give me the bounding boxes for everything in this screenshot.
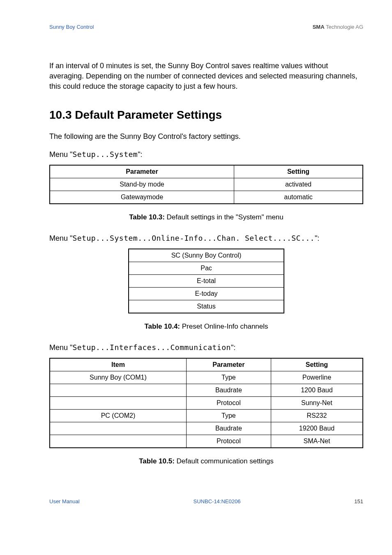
table-header: Parameter — [186, 358, 271, 371]
page-header: Sunny Boy Control SMA Technologie AG — [49, 24, 363, 30]
table-header: Setting — [271, 358, 363, 371]
menu-3-line: Menu "Setup...Interfaces...Communication… — [49, 343, 363, 352]
table-row: Baudrate 1200 Baud — [50, 384, 363, 396]
table-cell: Sunny Boy (COM1) — [50, 371, 186, 384]
table-header: Setting — [234, 165, 363, 178]
table-cell: Baudrate — [186, 422, 271, 435]
table-cell: SMA-Net — [271, 435, 363, 448]
table-cell: E-total — [129, 274, 284, 287]
table-cell: automatic — [234, 191, 363, 204]
footer-left: User Manual — [49, 498, 80, 504]
table-2: SC (Sunny Boy Control) Pac E-total E-tod… — [128, 249, 284, 313]
table-cell: Sunny-Net — [271, 396, 363, 409]
intro-paragraph: If an interval of 0 minutes is set, the … — [49, 61, 363, 92]
table-cell: Pac — [129, 262, 284, 274]
menu-3-code: Setup...Interfaces...Communication — [72, 343, 231, 352]
table-cell: Gatewaymode — [50, 191, 234, 204]
caption-text: Preset Online-Info channels — [180, 322, 268, 330]
page-footer: User Manual SUNBC-14:NE0206 151 — [49, 498, 363, 504]
table-cell: Powerline — [271, 371, 363, 384]
table-1: Parameter Setting Stand-by mode activate… — [49, 165, 363, 204]
header-left: Sunny Boy Control — [49, 24, 94, 30]
table-row: Stand-by mode activated — [50, 178, 363, 191]
table-3: Item Parameter Setting Sunny Boy (COM1) … — [49, 358, 363, 448]
table-row: Gatewaymode automatic — [50, 191, 363, 204]
caption-label: Table 10.3: — [129, 213, 165, 221]
caption-text: Default communication settings — [175, 457, 274, 465]
menu-3-suffix: ": — [231, 343, 235, 352]
table-cell: Status — [129, 300, 284, 313]
menu-1-line: Menu "Setup...System": — [49, 150, 363, 159]
table-cell — [50, 435, 186, 448]
section-intro: The following are the Sunny Boy Control'… — [49, 132, 363, 141]
table-row: Sunny Boy (COM1) Type Powerline — [50, 371, 363, 384]
table-row: Protocol Sunny-Net — [50, 396, 363, 409]
table-cell: SC (Sunny Boy Control) — [129, 249, 284, 262]
table-row: Item Parameter Setting — [50, 358, 363, 371]
header-right: SMA Technologie AG — [313, 24, 363, 30]
caption-label: Table 10.5: — [139, 457, 175, 465]
table-cell: activated — [234, 178, 363, 191]
table-cell: Type — [186, 409, 271, 422]
table-row: SC (Sunny Boy Control) — [129, 249, 284, 262]
table-row: E-total — [129, 274, 284, 287]
table-cell: Type — [186, 371, 271, 384]
menu-2-suffix: ": — [315, 234, 319, 242]
menu-1-suffix: ": — [138, 150, 142, 159]
header-brand: SMA — [313, 24, 325, 30]
table-cell: Protocol — [186, 435, 271, 448]
table-cell: Stand-by mode — [50, 178, 234, 191]
table-cell — [50, 384, 186, 396]
menu-1-prefix: Menu " — [49, 150, 72, 159]
table-row: PC (COM2) Type RS232 — [50, 409, 363, 422]
table-header: Item — [50, 358, 186, 371]
table-row: Baudrate 19200 Baud — [50, 422, 363, 435]
table-cell: 19200 Baud — [271, 422, 363, 435]
menu-2-code: Setup...System...Online-Info...Chan. Sel… — [72, 234, 315, 242]
caption-label: Table 10.4: — [144, 322, 180, 330]
table-row: E-today — [129, 287, 284, 300]
table-row: Parameter Setting — [50, 165, 363, 178]
menu-1-code: Setup...System — [72, 150, 138, 159]
table-cell: E-today — [129, 287, 284, 300]
caption-3: Table 10.5: Default communication settin… — [49, 457, 363, 465]
table-header: Parameter — [50, 165, 234, 178]
section-heading: 10.3 Default Parameter Settings — [49, 108, 363, 122]
menu-2-prefix: Menu " — [49, 234, 72, 242]
footer-page-number: 151 — [354, 498, 363, 504]
table-cell: RS232 — [271, 409, 363, 422]
table-cell — [50, 422, 186, 435]
caption-text: Default settings in the "System" menu — [165, 213, 284, 221]
menu-2-line: Menu "Setup...System...Online-Info...Cha… — [49, 234, 363, 243]
table-cell: Protocol — [186, 396, 271, 409]
table-cell: Baudrate — [186, 384, 271, 396]
menu-3-prefix: Menu " — [49, 343, 72, 352]
table-row: Protocol SMA-Net — [50, 435, 363, 448]
table-cell: PC (COM2) — [50, 409, 186, 422]
footer-center: SUNBC-14:NE0206 — [80, 498, 355, 504]
table-row: Status — [129, 300, 284, 313]
table-cell: 1200 Baud — [271, 384, 363, 396]
header-suffix: Technologie AG — [325, 24, 363, 30]
caption-2: Table 10.4: Preset Online-Info channels — [49, 322, 363, 331]
table-cell — [50, 396, 186, 409]
table-row: Pac — [129, 262, 284, 274]
caption-1: Table 10.3: Default settings in the "Sys… — [49, 213, 363, 221]
